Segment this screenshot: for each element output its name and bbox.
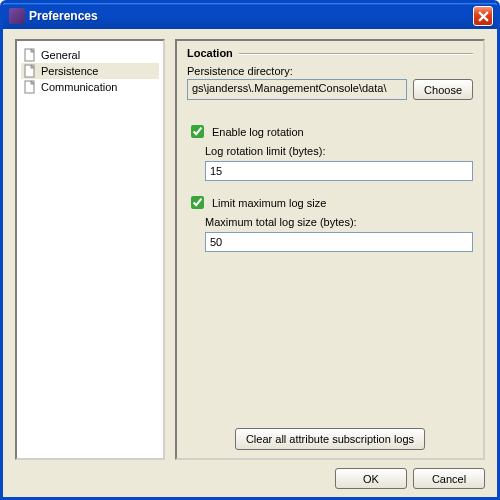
title-bar: Preferences	[3, 3, 497, 29]
ok-button[interactable]: OK	[335, 468, 407, 489]
category-tree[interactable]: General Persistence Communication	[15, 39, 165, 460]
limit-maxsize-checkbox[interactable]	[191, 196, 204, 209]
tree-item-label: Persistence	[41, 65, 98, 77]
close-icon	[478, 11, 489, 22]
cancel-button[interactable]: Cancel	[413, 468, 485, 489]
location-legend: Location	[187, 47, 233, 59]
page-icon	[23, 48, 37, 62]
window-title: Preferences	[29, 9, 473, 23]
panels: General Persistence Communication Locati…	[15, 39, 485, 460]
tree-item-label: Communication	[41, 81, 117, 93]
app-icon	[9, 8, 25, 24]
enable-rotation-label: Enable log rotation	[212, 126, 304, 138]
preferences-window: Preferences General Persistence Communic…	[0, 0, 500, 500]
tree-item-label: General	[41, 49, 80, 61]
directory-label: Persistence directory:	[187, 65, 473, 77]
maxsize-group: Maximum total log size (bytes):	[205, 214, 473, 252]
close-button[interactable]	[473, 6, 493, 26]
rotation-limit-group: Log rotation limit (bytes):	[205, 143, 473, 181]
dialog-body: General Persistence Communication Locati…	[3, 29, 497, 497]
tree-item-general[interactable]: General	[21, 47, 159, 63]
rotation-limit-label: Log rotation limit (bytes):	[205, 145, 473, 157]
directory-field[interactable]: gs\janderss\.ManagementConsole\data\	[187, 79, 407, 100]
maxsize-label: Maximum total log size (bytes):	[205, 216, 473, 228]
enable-rotation-checkbox[interactable]	[191, 125, 204, 138]
limit-maxsize-row[interactable]: Limit maximum log size	[187, 193, 473, 212]
limit-maxsize-label: Limit maximum log size	[212, 197, 326, 209]
page-icon	[23, 64, 37, 78]
tree-item-communication[interactable]: Communication	[21, 79, 159, 95]
content-panel: Location Persistence directory: gs\jande…	[175, 39, 485, 460]
maxsize-field[interactable]	[205, 232, 473, 252]
dialog-buttons: OK Cancel	[15, 460, 485, 489]
location-group: Location Persistence directory: gs\jande…	[187, 47, 473, 100]
rotation-limit-field[interactable]	[205, 161, 473, 181]
enable-rotation-row[interactable]: Enable log rotation	[187, 122, 473, 141]
tree-item-persistence[interactable]: Persistence	[21, 63, 159, 79]
clear-logs-button[interactable]: Clear all attribute subscription logs	[235, 428, 425, 450]
page-icon	[23, 80, 37, 94]
choose-button[interactable]: Choose	[413, 79, 473, 100]
divider	[239, 53, 473, 54]
